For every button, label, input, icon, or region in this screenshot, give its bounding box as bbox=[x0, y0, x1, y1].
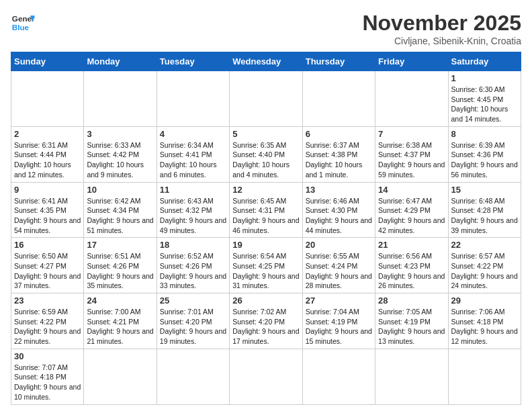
day-info: Sunrise: 6:54 AM Sunset: 4:25 PM Dayligh… bbox=[232, 251, 299, 291]
day-info: Sunrise: 6:52 AM Sunset: 4:26 PM Dayligh… bbox=[160, 251, 226, 291]
calendar-cell bbox=[84, 71, 157, 127]
weekday-header-row: SundayMondayTuesdayWednesdayThursdayFrid… bbox=[11, 52, 521, 71]
calendar-cell bbox=[157, 71, 229, 127]
day-info: Sunrise: 7:05 AM Sunset: 4:19 PM Dayligh… bbox=[378, 307, 445, 347]
day-info: Sunrise: 6:43 AM Sunset: 4:32 PM Dayligh… bbox=[160, 196, 226, 236]
day-info: Sunrise: 6:51 AM Sunset: 4:26 PM Dayligh… bbox=[87, 251, 153, 291]
day-number: 13 bbox=[306, 185, 372, 195]
day-info: Sunrise: 7:07 AM Sunset: 4:18 PM Dayligh… bbox=[14, 363, 81, 402]
calendar-cell: 14Sunrise: 6:47 AM Sunset: 4:29 PM Dayli… bbox=[375, 182, 448, 238]
day-number: 28 bbox=[378, 295, 445, 306]
day-info: Sunrise: 6:45 AM Sunset: 4:31 PM Dayligh… bbox=[232, 196, 299, 236]
day-number: 22 bbox=[451, 240, 518, 250]
calendar-cell: 12Sunrise: 6:45 AM Sunset: 4:31 PM Dayli… bbox=[230, 182, 302, 238]
day-number: 30 bbox=[14, 351, 81, 361]
day-number: 5 bbox=[232, 129, 299, 139]
calendar-cell: 19Sunrise: 6:54 AM Sunset: 4:25 PM Dayli… bbox=[230, 238, 302, 293]
calendar-cell: 16Sunrise: 6:50 AM Sunset: 4:27 PM Dayli… bbox=[11, 238, 84, 293]
day-number: 7 bbox=[378, 129, 445, 139]
calendar-cell: 13Sunrise: 6:46 AM Sunset: 4:30 PM Dayli… bbox=[302, 182, 375, 238]
calendar-cell: 25Sunrise: 7:01 AM Sunset: 4:20 PM Dayli… bbox=[157, 293, 229, 349]
week-row-4: 23Sunrise: 6:59 AM Sunset: 4:22 PM Dayli… bbox=[11, 293, 521, 349]
day-number: 15 bbox=[451, 185, 518, 195]
day-info: Sunrise: 6:41 AM Sunset: 4:35 PM Dayligh… bbox=[14, 196, 81, 236]
day-number: 23 bbox=[14, 295, 81, 306]
calendar-cell: 28Sunrise: 7:05 AM Sunset: 4:19 PM Dayli… bbox=[375, 293, 448, 349]
day-number: 18 bbox=[160, 240, 226, 250]
calendar-cell: 27Sunrise: 7:04 AM Sunset: 4:19 PM Dayli… bbox=[302, 293, 375, 349]
calendar-cell bbox=[157, 349, 229, 404]
day-number: 6 bbox=[306, 129, 372, 139]
weekday-header-thursday: Thursday bbox=[302, 52, 375, 71]
calendar-cell: 18Sunrise: 6:52 AM Sunset: 4:26 PM Dayli… bbox=[157, 238, 229, 293]
week-row-5: 30Sunrise: 7:07 AM Sunset: 4:18 PM Dayli… bbox=[11, 349, 521, 404]
calendar-cell: 22Sunrise: 6:57 AM Sunset: 4:22 PM Dayli… bbox=[448, 238, 521, 293]
day-number: 3 bbox=[87, 129, 153, 139]
day-number: 2 bbox=[14, 129, 81, 139]
calendar-cell: 29Sunrise: 7:06 AM Sunset: 4:18 PM Dayli… bbox=[448, 293, 521, 349]
day-info: Sunrise: 6:30 AM Sunset: 4:45 PM Dayligh… bbox=[451, 85, 518, 124]
calendar-cell: 9Sunrise: 6:41 AM Sunset: 4:35 PM Daylig… bbox=[11, 182, 84, 238]
day-info: Sunrise: 6:38 AM Sunset: 4:37 PM Dayligh… bbox=[378, 140, 445, 180]
day-number: 21 bbox=[378, 240, 445, 250]
day-info: Sunrise: 7:02 AM Sunset: 4:20 PM Dayligh… bbox=[232, 307, 299, 347]
calendar-cell: 8Sunrise: 6:39 AM Sunset: 4:36 PM Daylig… bbox=[448, 126, 521, 182]
calendar-cell: 6Sunrise: 6:37 AM Sunset: 4:38 PM Daylig… bbox=[302, 126, 375, 182]
week-row-3: 16Sunrise: 6:50 AM Sunset: 4:27 PM Dayli… bbox=[11, 238, 521, 293]
weekday-header-sunday: Sunday bbox=[11, 52, 84, 71]
day-info: Sunrise: 6:47 AM Sunset: 4:29 PM Dayligh… bbox=[378, 196, 445, 236]
day-number: 8 bbox=[451, 129, 518, 139]
calendar-cell: 15Sunrise: 6:48 AM Sunset: 4:28 PM Dayli… bbox=[448, 182, 521, 238]
week-row-2: 9Sunrise: 6:41 AM Sunset: 4:35 PM Daylig… bbox=[11, 182, 521, 238]
calendar-cell bbox=[230, 71, 302, 127]
calendar-cell: 10Sunrise: 6:42 AM Sunset: 4:34 PM Dayli… bbox=[84, 182, 157, 238]
day-info: Sunrise: 6:35 AM Sunset: 4:40 PM Dayligh… bbox=[232, 140, 299, 180]
calendar-cell: 23Sunrise: 6:59 AM Sunset: 4:22 PM Dayli… bbox=[11, 293, 84, 349]
weekday-header-wednesday: Wednesday bbox=[230, 52, 302, 71]
calendar-cell: 7Sunrise: 6:38 AM Sunset: 4:37 PM Daylig… bbox=[375, 126, 448, 182]
day-number: 4 bbox=[160, 129, 226, 139]
calendar-cell: 2Sunrise: 6:31 AM Sunset: 4:44 PM Daylig… bbox=[11, 126, 84, 182]
svg-text:Blue: Blue bbox=[12, 23, 30, 32]
day-number: 10 bbox=[87, 185, 153, 195]
day-info: Sunrise: 6:46 AM Sunset: 4:30 PM Dayligh… bbox=[306, 196, 372, 236]
calendar-cell bbox=[302, 349, 375, 404]
day-number: 25 bbox=[160, 295, 226, 306]
calendar-cell: 1Sunrise: 6:30 AM Sunset: 4:45 PM Daylig… bbox=[448, 71, 521, 127]
calendar-cell: 24Sunrise: 7:00 AM Sunset: 4:21 PM Dayli… bbox=[84, 293, 157, 349]
calendar-cell: 20Sunrise: 6:55 AM Sunset: 4:24 PM Dayli… bbox=[302, 238, 375, 293]
page-header: General Blue November 2025 Civljane, Sib… bbox=[11, 11, 521, 46]
day-number: 1 bbox=[451, 73, 518, 83]
calendar-cell bbox=[84, 349, 157, 404]
day-info: Sunrise: 6:31 AM Sunset: 4:44 PM Dayligh… bbox=[14, 140, 81, 180]
day-info: Sunrise: 6:57 AM Sunset: 4:22 PM Dayligh… bbox=[451, 251, 518, 291]
day-number: 19 bbox=[232, 240, 299, 250]
day-info: Sunrise: 7:04 AM Sunset: 4:19 PM Dayligh… bbox=[306, 307, 372, 347]
calendar-table: SundayMondayTuesdayWednesdayThursdayFrid… bbox=[11, 52, 521, 405]
day-number: 20 bbox=[306, 240, 372, 250]
day-info: Sunrise: 6:42 AM Sunset: 4:34 PM Dayligh… bbox=[87, 196, 153, 236]
day-info: Sunrise: 7:01 AM Sunset: 4:20 PM Dayligh… bbox=[160, 307, 226, 347]
day-info: Sunrise: 6:33 AM Sunset: 4:42 PM Dayligh… bbox=[87, 140, 153, 180]
day-number: 26 bbox=[232, 295, 299, 306]
calendar-cell bbox=[302, 71, 375, 127]
day-number: 12 bbox=[232, 185, 299, 195]
logo: General Blue bbox=[11, 11, 35, 35]
weekday-header-friday: Friday bbox=[375, 52, 448, 71]
weekday-header-monday: Monday bbox=[84, 52, 157, 71]
day-info: Sunrise: 6:39 AM Sunset: 4:36 PM Dayligh… bbox=[451, 140, 518, 180]
day-info: Sunrise: 6:55 AM Sunset: 4:24 PM Dayligh… bbox=[306, 251, 372, 291]
day-number: 14 bbox=[378, 185, 445, 195]
week-row-0: 1Sunrise: 6:30 AM Sunset: 4:45 PM Daylig… bbox=[11, 71, 521, 127]
day-number: 11 bbox=[160, 185, 226, 195]
calendar-cell: 11Sunrise: 6:43 AM Sunset: 4:32 PM Dayli… bbox=[157, 182, 229, 238]
calendar-cell: 21Sunrise: 6:56 AM Sunset: 4:23 PM Dayli… bbox=[375, 238, 448, 293]
calendar-cell bbox=[230, 349, 302, 404]
week-row-1: 2Sunrise: 6:31 AM Sunset: 4:44 PM Daylig… bbox=[11, 126, 521, 182]
calendar-cell: 3Sunrise: 6:33 AM Sunset: 4:42 PM Daylig… bbox=[84, 126, 157, 182]
calendar-cell: 30Sunrise: 7:07 AM Sunset: 4:18 PM Dayli… bbox=[11, 349, 84, 404]
month-title: November 2025 bbox=[362, 11, 521, 36]
day-number: 29 bbox=[451, 295, 518, 306]
title-area: November 2025 Civljane, Sibenik-Knin, Cr… bbox=[362, 11, 521, 46]
day-info: Sunrise: 7:00 AM Sunset: 4:21 PM Dayligh… bbox=[87, 307, 153, 347]
